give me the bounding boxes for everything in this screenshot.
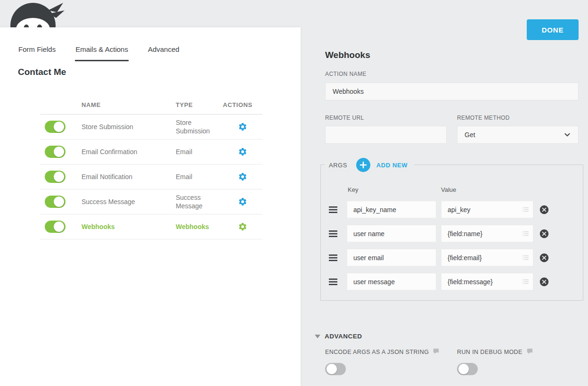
toggle-knob: [327, 364, 337, 374]
tab-label: Form Fields: [18, 45, 56, 53]
action-name-cell[interactable]: Email Confirmation: [82, 148, 176, 156]
table-row: Success Message Success Message: [40, 189, 262, 214]
action-name-cell[interactable]: Webhooks: [82, 222, 176, 231]
table-row: Store Submission Store Submission: [40, 115, 262, 140]
ninja-forms-logo: [9, 1, 67, 27]
remove-icon[interactable]: [539, 229, 549, 239]
encode-args-label: ENCODE ARGS AS A JSON STRING: [325, 349, 429, 355]
action-enabled-toggle[interactable]: [45, 221, 65, 233]
tab-label: Emails & Actions: [75, 45, 128, 53]
action-type-cell: Webhooks: [176, 222, 223, 231]
remote-method-select[interactable]: Get: [457, 126, 579, 144]
advanced-section-toggle[interactable]: ADVANCED: [315, 333, 362, 340]
toggle-knob: [54, 172, 64, 182]
arg-key-input[interactable]: [347, 273, 436, 290]
remote-url-label: REMOTE URL: [325, 115, 364, 121]
arg-key-input[interactable]: [347, 225, 436, 242]
actions-table: NAME TYPE ACTIONS Store Submission Store…: [40, 96, 262, 239]
gear-icon[interactable]: [238, 172, 247, 181]
action-enabled-toggle[interactable]: [45, 171, 65, 183]
drag-handle-icon[interactable]: [329, 230, 337, 237]
tab[interactable]: Emails & Actions: [75, 45, 129, 61]
add-new-link[interactable]: ADD NEW: [376, 162, 408, 169]
toggle-knob: [54, 222, 64, 232]
action-enabled-toggle[interactable]: [45, 121, 65, 133]
arg-key-input[interactable]: [347, 201, 436, 218]
table-row: Webhooks Webhooks: [40, 214, 262, 239]
action-enabled-toggle[interactable]: [45, 146, 65, 158]
table-row: Email Confirmation Email: [40, 140, 262, 164]
column-header-type: TYPE: [176, 101, 223, 108]
debug-mode-label: RUN IN DEBUG MODE: [457, 349, 523, 355]
arg-row: [329, 273, 583, 290]
action-name-cell[interactable]: Success Message: [82, 197, 176, 206]
gear-icon[interactable]: [238, 122, 247, 131]
remote-method-value: Get: [465, 131, 475, 139]
gear-icon[interactable]: [238, 147, 247, 156]
tab[interactable]: Advanced: [147, 45, 180, 61]
table-header-row: NAME TYPE ACTIONS: [40, 96, 262, 115]
debug-mode-setting: RUN IN DEBUG MODE: [457, 348, 533, 375]
remove-icon[interactable]: [539, 205, 549, 215]
arg-value-input[interactable]: [441, 225, 533, 242]
arg-row: [329, 225, 583, 242]
caret-down-icon: [315, 335, 320, 338]
comment-bubble-icon: [527, 348, 533, 356]
arg-value-input[interactable]: [441, 249, 533, 266]
merge-tags-list-icon[interactable]: [522, 254, 530, 263]
gear-icon[interactable]: [238, 197, 247, 206]
merge-tags-list-icon[interactable]: [522, 205, 530, 215]
tab-bar: Form FieldsEmails & ActionsAdvanced: [18, 45, 199, 61]
done-button[interactable]: DONE: [527, 19, 579, 40]
comment-bubble-icon: [433, 348, 439, 356]
action-enabled-toggle[interactable]: [45, 196, 65, 208]
args-legend: ARGS ADD NEW: [325, 158, 414, 172]
column-header-actions: ACTIONS: [223, 101, 262, 108]
action-name-input[interactable]: [325, 82, 579, 100]
action-settings-title: Webhooks: [325, 50, 370, 60]
remote-url-input[interactable]: [325, 126, 447, 144]
advanced-toggle[interactable]: [457, 363, 478, 375]
args-section: ARGS ADD NEW Key Value: [320, 164, 583, 301]
arg-row: [329, 249, 583, 266]
ninja-icon: [9, 1, 67, 27]
args-label: ARGS: [329, 162, 347, 169]
chevron-down-icon: [563, 131, 572, 139]
remove-icon[interactable]: [539, 253, 549, 263]
plus-icon: [359, 161, 367, 169]
action-type-cell: Store Submission: [176, 118, 223, 135]
toggle-knob: [54, 197, 64, 207]
action-type-cell: Email: [176, 148, 223, 156]
drag-handle-icon[interactable]: [329, 255, 337, 261]
merge-tags-list-icon[interactable]: [522, 278, 530, 287]
table-body: Store Submission Store Submission Email …: [40, 115, 262, 239]
action-type-cell: Email: [176, 172, 223, 181]
merge-tags-list-icon[interactable]: [522, 230, 530, 239]
action-type-cell: Success Message: [176, 193, 223, 210]
column-header-name: NAME: [82, 101, 176, 108]
remote-method-label: REMOTE METHOD: [457, 115, 510, 121]
tab-label: Advanced: [148, 45, 180, 53]
args-column-headers: Key Value: [348, 186, 583, 193]
form-title: Contact Me: [18, 67, 66, 77]
advanced-toggle[interactable]: [325, 363, 346, 375]
remove-icon[interactable]: [539, 277, 549, 287]
add-arg-button[interactable]: [356, 158, 370, 172]
args-rows: [321, 201, 583, 290]
drag-handle-icon[interactable]: [329, 206, 337, 213]
arg-key-input[interactable]: [347, 249, 436, 266]
args-value-header: Value: [441, 186, 456, 193]
action-name-cell[interactable]: Store Submission: [82, 123, 176, 131]
arg-value-input[interactable]: [441, 201, 533, 218]
drag-handle-icon[interactable]: [329, 279, 337, 285]
toggle-knob: [54, 147, 64, 157]
args-key-header: Key: [348, 186, 441, 193]
arg-value-input[interactable]: [441, 273, 533, 290]
form-builder-card: Form FieldsEmails & ActionsAdvanced Cont…: [0, 27, 301, 386]
encode-args-setting: ENCODE ARGS AS A JSON STRING: [325, 348, 439, 375]
action-name-cell[interactable]: Email Notification: [82, 172, 176, 181]
action-name-label: ACTION NAME: [325, 71, 367, 77]
tab[interactable]: Form Fields: [18, 45, 56, 61]
gear-icon[interactable]: [238, 222, 247, 231]
toggle-knob: [54, 122, 64, 132]
